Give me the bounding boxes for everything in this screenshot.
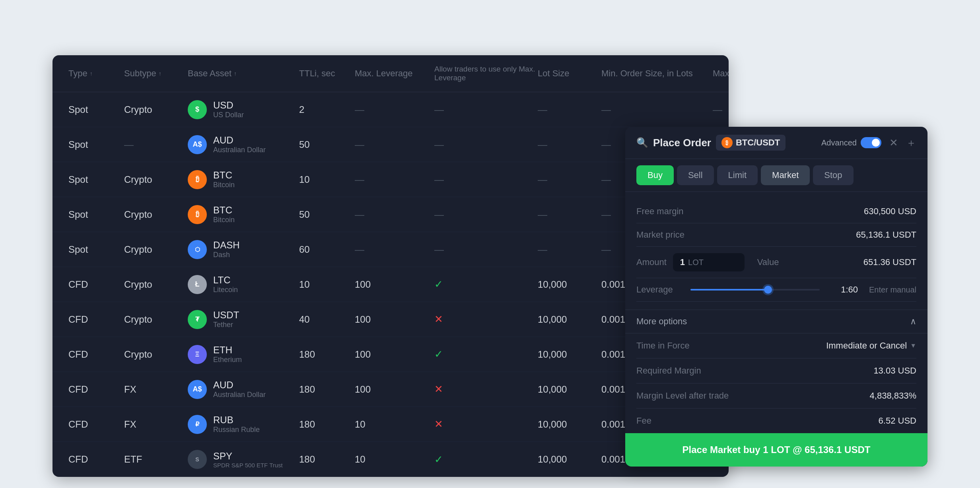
asset-icon-eth: Ξ xyxy=(188,345,207,364)
fee-label: Fee xyxy=(636,416,651,426)
symbol-badge[interactable]: ₿ BTC/USDT xyxy=(716,135,786,151)
header-subtype[interactable]: Subtype ↑ xyxy=(124,55,188,92)
btc-icon: ₿ xyxy=(721,137,733,148)
time-in-force-row: Time in Force Immediate or Cancel ▼ xyxy=(636,333,916,358)
asset-icon-btc: ₿ xyxy=(188,170,207,189)
free-margin-value: 630,500 USD xyxy=(864,206,916,217)
asset-icon-aud: A$ xyxy=(188,135,207,154)
close-icon[interactable]: ✕ xyxy=(889,137,898,149)
market-price-row: Market price 65,136.1 USDT xyxy=(636,223,916,247)
more-options-label: More options xyxy=(636,316,687,327)
leverage-label: Leverage xyxy=(636,285,684,295)
header-base-asset[interactable]: Base Asset ↑ xyxy=(188,55,299,92)
amount-value: 1 xyxy=(680,257,685,267)
tab-sell[interactable]: Sell xyxy=(677,165,714,185)
asset-icon-btc2: ₿ xyxy=(188,205,207,224)
fee-row: Fee 6.52 USD xyxy=(636,409,916,433)
sort-icon-type: ↑ xyxy=(90,70,93,77)
tab-stop[interactable]: Stop xyxy=(813,165,853,185)
search-icon: 🔍 xyxy=(636,137,648,148)
leverage-row: Leverage 1:60 Enter manual xyxy=(636,278,916,302)
market-price-label: Market price xyxy=(636,230,708,240)
leverage-slider[interactable] xyxy=(690,289,820,290)
asset-icon-rub: ₽ xyxy=(188,415,207,434)
sort-icon-subtype: ↑ xyxy=(159,70,161,77)
order-panel-header: 🔍 Place Order ₿ BTC/USDT Advanced ✕ ＋ xyxy=(625,127,928,159)
header-lot-size: Lot Size xyxy=(538,55,601,92)
order-fields: Free margin 630,500 USD Market price 65,… xyxy=(625,192,928,310)
chevron-up-icon: ∧ xyxy=(910,316,916,327)
time-in-force-label: Time in Force xyxy=(636,341,690,351)
tab-limit[interactable]: Limit xyxy=(717,165,758,185)
margin-level-label: Margin Level after trade xyxy=(636,391,729,401)
time-in-force-value: Immediate or Cancel xyxy=(826,341,907,351)
advanced-toggle-wrap[interactable]: Advanced xyxy=(821,137,881,148)
required-margin-label: Required Margin xyxy=(636,366,701,376)
asset-icon-usdt: ₮ xyxy=(188,310,207,329)
header-min-order: Min. Order Size, in Lots xyxy=(601,55,713,92)
tab-market[interactable]: Market xyxy=(761,165,810,185)
free-margin-row: Free margin 630,500 USD xyxy=(636,200,916,223)
asset-icon-usd: $ xyxy=(188,100,207,119)
table-header: Type ↑ Subtype ↑ Base Asset ↑ TTLi, sec … xyxy=(52,55,729,92)
header-max-order: Max. Order Size, in Lots xyxy=(713,55,729,92)
place-order-button[interactable]: Place Market buy 1 LOT @ 65,136.1 USDT xyxy=(625,433,928,467)
time-in-force-dropdown[interactable]: Immediate or Cancel ▼ xyxy=(826,341,916,351)
amount-input[interactable]: 1 LOT xyxy=(673,253,745,271)
asset-icon-aud2: A$ xyxy=(188,380,207,399)
required-margin-value: 13.03 USD xyxy=(873,366,916,376)
header-type[interactable]: Type ↑ xyxy=(68,55,124,92)
sort-icon-base-asset: ↑ xyxy=(234,70,237,77)
more-options-toggle[interactable]: More options ∧ xyxy=(625,310,928,333)
value-value: 651.36 USDT xyxy=(863,257,916,267)
free-margin-label: Free margin xyxy=(636,206,708,217)
leverage-value: 1:60 xyxy=(826,285,858,295)
amount-label: Amount xyxy=(636,257,667,267)
amount-row: Amount 1 LOT Value 651.36 USDT xyxy=(636,247,916,278)
advanced-label: Advanced xyxy=(821,138,857,147)
tab-buy[interactable]: Buy xyxy=(636,165,674,185)
header-max-leverage: Max. Leverage xyxy=(355,55,434,92)
place-order-panel: 🔍 Place Order ₿ BTC/USDT Advanced ✕ ＋ Bu… xyxy=(625,127,928,467)
margin-level-value: 4,838,833% xyxy=(870,391,916,401)
more-options-content: Time in Force Immediate or Cancel ▼ Requ… xyxy=(625,333,928,433)
required-margin-row: Required Margin 13.03 USD xyxy=(636,358,916,383)
fee-value: 6.52 USD xyxy=(879,416,916,426)
toggle-knob xyxy=(872,139,880,147)
amount-unit: LOT xyxy=(688,258,704,267)
slider-thumb[interactable] xyxy=(764,286,772,294)
header-allow-max: Allow traders to use only Max. Leverage xyxy=(434,55,538,92)
asset-icon-spy: S xyxy=(188,450,207,469)
table-row[interactable]: Spot Crypto $ USD US Dollar 2 — — — — — xyxy=(52,92,729,127)
advanced-toggle[interactable] xyxy=(861,137,881,148)
order-title: Place Order xyxy=(653,137,711,149)
margin-level-row: Margin Level after trade 4,838,833% xyxy=(636,383,916,409)
order-tabs: Buy Sell Limit Market Stop xyxy=(625,159,928,192)
market-price-value: 65,136.1 USDT xyxy=(856,230,916,240)
enter-manual-label[interactable]: Enter manual xyxy=(869,285,916,294)
value-label: Value xyxy=(757,257,779,267)
asset-icon-ltc: Ł xyxy=(188,275,207,294)
symbol-text: BTC/USDT xyxy=(736,137,780,148)
asset-icon-dash: ⬡ xyxy=(188,240,207,259)
dropdown-arrow-icon: ▼ xyxy=(910,342,916,349)
slider-track xyxy=(690,289,820,290)
header-ttl: TTLi, sec xyxy=(299,55,355,92)
slider-fill xyxy=(690,289,768,290)
add-icon[interactable]: ＋ xyxy=(906,136,916,150)
